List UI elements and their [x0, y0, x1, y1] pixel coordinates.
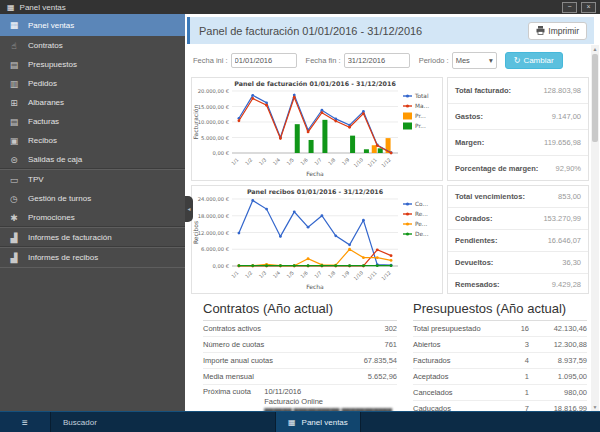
- minimize-button[interactable]: −: [562, 2, 577, 13]
- stat-label: Gastos:: [455, 112, 483, 121]
- sidebar-item-salidas-de-caja[interactable]: ⊜Salidas de caja: [0, 150, 185, 169]
- document-icon: ▤: [0, 60, 28, 70]
- sidebar-item-tpv[interactable]: ▭TPV: [0, 169, 185, 189]
- stat-value: 92,90%: [556, 164, 581, 173]
- sidebar: ▦Panel ventas ☝Contratos ▤Presupuestos ▥…: [0, 14, 185, 411]
- svg-text:5.000,00 €: 5.000,00 €: [201, 135, 229, 141]
- fecha-ini-label: Fecha ini :: [193, 56, 228, 65]
- menu-icon: ≡: [22, 417, 28, 428]
- periodo-value: Mes: [456, 56, 470, 65]
- stat-label: Total vencimientos:: [455, 192, 525, 201]
- print-button[interactable]: Imprimir: [528, 22, 587, 40]
- row-amount: 12.300,88: [529, 340, 587, 349]
- receipt-icon: ▣: [0, 136, 28, 146]
- vertical-scrollbar[interactable]: ▲ ▼: [591, 45, 599, 411]
- row-value: 761: [384, 340, 397, 349]
- table-row: Media mensual5.652,96: [203, 369, 397, 385]
- stat-label: Porcentage de margen:: [455, 164, 538, 173]
- close-button[interactable]: ×: [581, 2, 596, 13]
- clipboard-icon: ▥: [0, 79, 28, 89]
- sidebar-item-presupuestos[interactable]: ▤Presupuestos: [0, 55, 185, 74]
- sidebar-item-label: Facturas: [28, 117, 59, 126]
- sidebar-item-gestion-de-turnos[interactable]: ◷Gestión de turnos: [0, 189, 185, 208]
- taskbar-menu-button[interactable]: ≡: [0, 412, 51, 432]
- row-label: Cancelados: [413, 388, 499, 397]
- row-label: Total presupuestado: [413, 324, 499, 333]
- sidebar-item-albaranes[interactable]: ⊞Albaranes: [0, 93, 185, 112]
- scrollbar-thumb[interactable]: [592, 54, 598, 142]
- scroll-down-icon[interactable]: ▼: [591, 403, 599, 411]
- stat-value: 853,00: [558, 192, 581, 201]
- sidebar-item-facturas[interactable]: ▤Facturas: [0, 112, 185, 131]
- svg-text:Re...: Re...: [415, 211, 428, 217]
- sidebar-item-panel-ventas[interactable]: ▦Panel ventas: [0, 14, 185, 36]
- recibos-chart-box: 0,00 €6.000,00 €12.000,00 €18.000,00 €24…: [191, 185, 443, 294]
- table-row: Número de cuotas761: [203, 337, 397, 353]
- fecha-fin-input[interactable]: [344, 53, 410, 68]
- svg-text:18.000,00 €: 18.000,00 €: [198, 213, 229, 219]
- facturacion-stats-box: Total facturado:128.803,98 Gastos:9.147,…: [447, 77, 589, 181]
- stat-row: Total facturado:128.803,98: [448, 78, 588, 104]
- sidebar-item-label: Presupuestos: [28, 60, 77, 69]
- sidebar-item-label: TPV: [28, 175, 44, 184]
- svg-text:Total: Total: [414, 93, 429, 99]
- svg-text:De...: De...: [415, 231, 429, 237]
- svg-text:1/8: 1/8: [327, 157, 336, 166]
- clock-icon: ◷: [0, 194, 28, 204]
- row-label: Media mensual: [203, 372, 254, 381]
- sidebar-item-pedidos[interactable]: ▥Pedidos: [0, 74, 185, 93]
- svg-text:Pr...: Pr...: [415, 123, 426, 129]
- row-amount: 8.937,59: [529, 356, 587, 365]
- window-title: Panel ventas: [20, 3, 562, 12]
- stat-value: 153.270,99: [543, 214, 581, 223]
- svg-text:1/2: 1/2: [244, 270, 253, 279]
- table-row: Importe anual cuotas67.835,54: [203, 353, 397, 369]
- table-row: Contratos activos302: [203, 321, 397, 337]
- svg-text:1/3: 1/3: [258, 157, 267, 166]
- stat-value: 9.147,00: [552, 112, 581, 121]
- bar-chart-icon: ▟: [0, 253, 28, 263]
- sidebar-item-informes-de-facturacion[interactable]: ▟Informes de facturación: [0, 227, 185, 247]
- stat-label: Margen:: [455, 138, 484, 147]
- invoice-icon: ▤: [0, 117, 28, 127]
- sidebar-item-informes-de-recibos[interactable]: ▟Informes de recibos: [0, 247, 185, 268]
- svg-text:Pr...: Pr...: [415, 113, 426, 119]
- stat-label: Cobrados:: [455, 214, 493, 223]
- row-count: 16: [499, 324, 529, 333]
- scroll-up-icon[interactable]: ▲: [591, 45, 599, 53]
- svg-text:Facturación: Facturación: [192, 105, 199, 140]
- svg-text:1/7: 1/7: [314, 157, 323, 166]
- sidebar-item-label: Pedidos: [28, 79, 57, 88]
- stat-row: Total vencimientos:853,00: [448, 186, 588, 208]
- proxima-name: Facturació Online: [264, 397, 397, 407]
- periodo-select[interactable]: Mes ▾: [452, 52, 497, 69]
- recibos-chart: 0,00 €6.000,00 €12.000,00 €18.000,00 €24…: [192, 186, 440, 291]
- fecha-ini-input[interactable]: [231, 53, 297, 68]
- row-value: 302: [384, 324, 397, 333]
- svg-text:1/2: 1/2: [244, 157, 253, 166]
- presupuestos-section: Presupuestos (Año actual) Total presupue…: [413, 301, 587, 411]
- sidebar-item-recibos[interactable]: ▣Recibos: [0, 131, 185, 150]
- svg-text:Panel recibos 01/01/2016 - 31/: Panel recibos 01/01/2016 - 31/12/2016: [247, 188, 384, 195]
- table-row: Facturados48.937,59: [413, 353, 587, 369]
- taskbar-tab-panel-ventas[interactable]: ▦Panel ventas: [276, 412, 361, 432]
- stat-value: 36,30: [562, 258, 581, 267]
- stat-value: 9.429,28: [552, 280, 581, 289]
- svg-text:1/11: 1/11: [367, 157, 378, 168]
- svg-text:1/6: 1/6: [300, 270, 309, 279]
- taskbar-tab-buscador[interactable]: Buscador: [51, 412, 276, 432]
- svg-text:1/8: 1/8: [327, 270, 336, 279]
- svg-text:1/1: 1/1: [231, 157, 240, 166]
- sidebar-item-label: Panel ventas: [28, 21, 74, 30]
- row-amount: 980,00: [529, 388, 587, 397]
- thumbs-up-icon: ☝: [0, 41, 28, 51]
- sidebar-collapse-handle[interactable]: ◂: [185, 196, 193, 222]
- contratos-title: Contratos (Año actual): [203, 301, 397, 321]
- row-count: 1: [499, 372, 529, 381]
- stat-label: Pendientes:: [455, 236, 498, 245]
- svg-text:1/9: 1/9: [341, 270, 350, 279]
- sidebar-item-contratos[interactable]: ☝Contratos: [0, 36, 185, 55]
- cambiar-button[interactable]: ↻ Cambiar: [505, 52, 563, 69]
- svg-text:24.000,00 €: 24.000,00 €: [198, 196, 229, 202]
- sidebar-item-promociones[interactable]: ✱Promociones: [0, 208, 185, 227]
